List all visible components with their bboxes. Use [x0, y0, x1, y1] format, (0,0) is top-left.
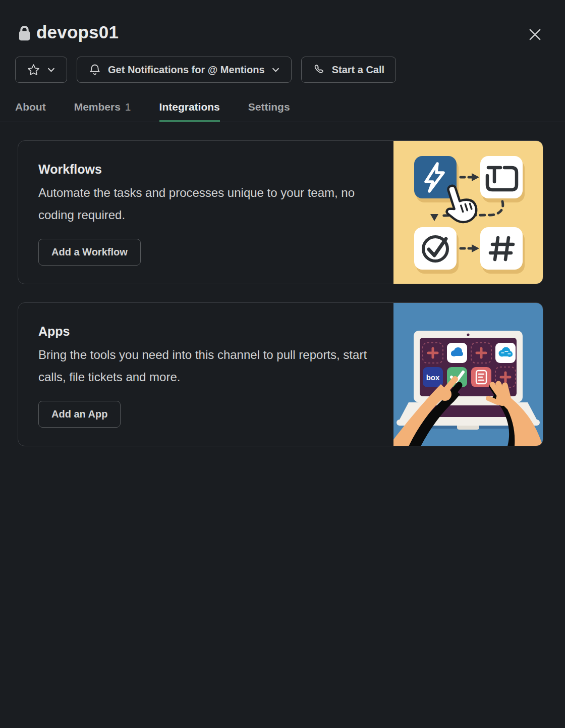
notification-preferences-button[interactable]: Get Notifications for @ Mentions [77, 57, 292, 83]
salesforce-cloud-icon [495, 343, 516, 363]
dialog-header: devops01 [0, 0, 565, 42]
cloud-drive-icon [447, 343, 467, 363]
workflows-illustration [393, 141, 543, 284]
bell-icon [88, 63, 101, 76]
workflows-card: Workflows Automate the tasks and process… [18, 140, 543, 284]
tab-members[interactable]: Members1 [74, 101, 131, 122]
check-circle-icon [414, 227, 457, 270]
workflows-card-title: Workflows [38, 162, 373, 177]
add-app-button[interactable]: Add an App [38, 401, 121, 428]
members-count: 1 [125, 101, 131, 113]
chevron-down-icon [271, 66, 280, 74]
dialog-tabs: About Members1 Integrations Settings [0, 83, 565, 122]
close-icon [527, 27, 543, 42]
start-call-label: Start a Call [332, 64, 384, 76]
add-workflow-button[interactable]: Add a Workflow [38, 239, 141, 266]
start-call-button[interactable]: Start a Call [301, 57, 396, 83]
close-button[interactable] [526, 25, 544, 43]
star-channel-button[interactable] [15, 57, 67, 83]
tab-integrations[interactable]: Integrations [159, 101, 220, 122]
apps-card-title: Apps [38, 324, 373, 339]
workflows-card-description: Automate the tasks and processes unique … [38, 182, 373, 226]
e-logo-icon [471, 367, 491, 387]
integrations-panel: Workflows Automate the tasks and process… [0, 122, 565, 446]
apps-card: Apps Bring the tools you need into this … [18, 302, 543, 446]
notification-button-label: Get Notifications for @ Mentions [108, 64, 265, 76]
page-title: devops01 [36, 22, 119, 42]
channel-details-dialog: devops01 [0, 0, 565, 728]
tab-settings[interactable]: Settings [248, 101, 290, 122]
star-icon [27, 63, 40, 77]
svg-text:box: box [426, 373, 440, 382]
text-step-icon [480, 156, 523, 198]
apps-card-description: Bring the tools you need into this chann… [38, 344, 373, 388]
phone-icon [313, 64, 325, 76]
lock-icon [18, 25, 31, 41]
hashtag-icon [480, 227, 523, 270]
chevron-down-icon [47, 66, 55, 74]
channel-actions-toolbar: Get Notifications for @ Mentions Start a… [0, 57, 565, 83]
box-icon: box [423, 367, 443, 387]
apps-illustration: box [393, 303, 543, 446]
tab-about[interactable]: About [15, 101, 46, 122]
